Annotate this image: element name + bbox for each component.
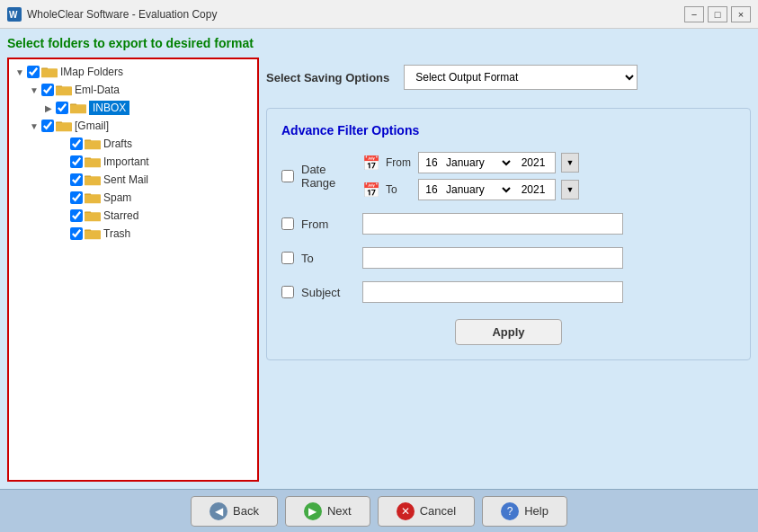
- cancel-label: Cancel: [420, 504, 456, 518]
- svg-rect-22: [85, 176, 101, 184]
- label-spam: Spam: [103, 191, 131, 204]
- tree-item-imap[interactable]: ▼ IMap Folders: [13, 63, 254, 81]
- checkbox-spam[interactable]: [70, 191, 83, 204]
- checkbox-date-range[interactable]: [281, 170, 294, 182]
- svg-rect-16: [85, 140, 101, 148]
- to-label: To: [386, 183, 413, 196]
- svg-rect-25: [85, 194, 101, 202]
- label-drafts: Drafts: [103, 137, 132, 150]
- checkbox-to[interactable]: [281, 252, 294, 264]
- tree-item-gmail[interactable]: ▼ [Gmail]: [13, 117, 254, 135]
- from-month-select[interactable]: JanuaryFebruaryMarch AprilMayJune JulyAu…: [442, 155, 513, 170]
- to-year-input[interactable]: [515, 183, 551, 196]
- title-bar: W WholeClear Software - Evaluation Copy …: [0, 0, 758, 29]
- checkbox-gmail[interactable]: [41, 120, 54, 132]
- output-format-select[interactable]: Select Output Format: [404, 65, 638, 90]
- help-button[interactable]: ? Help: [482, 496, 567, 527]
- subject-label: Subject: [301, 286, 355, 299]
- calendar-to-icon: 📅: [362, 182, 380, 199]
- expander-inbox[interactable]: ▶: [41, 101, 56, 115]
- to-date-dropdown-btn[interactable]: ▼: [561, 180, 579, 200]
- filter-panel: Advance Filter Options Date Range 📅 From: [266, 108, 751, 360]
- from-text-input[interactable]: [362, 213, 623, 235]
- svg-rect-13: [56, 122, 72, 130]
- folder-icon-inbox: [70, 102, 86, 114]
- expander-gmail[interactable]: ▼: [27, 119, 41, 133]
- checkbox-important[interactable]: [70, 155, 83, 168]
- date-range-row: Date Range 📅 From JanuaryFebruaryMarch A…: [281, 152, 736, 200]
- tree-item-drafts[interactable]: ▶ Drafts: [13, 135, 254, 153]
- expander-imap[interactable]: ▼: [13, 65, 27, 79]
- saving-options-label: Select Saving Options: [266, 71, 389, 84]
- close-button[interactable]: ×: [731, 6, 751, 22]
- folder-icon-imap: [41, 66, 58, 78]
- svg-rect-28: [85, 212, 101, 220]
- help-icon: ?: [501, 502, 519, 520]
- tree-item-inbox[interactable]: ▶ INBOX: [13, 99, 254, 117]
- label-emldata: Eml-Data: [75, 84, 120, 96]
- label-inbox: INBOX: [89, 101, 129, 115]
- checkbox-imap[interactable]: [27, 66, 40, 78]
- checkbox-trash[interactable]: [70, 227, 83, 240]
- svg-rect-31: [85, 230, 101, 238]
- from-day-input[interactable]: [423, 156, 441, 169]
- subject-text-input[interactable]: [362, 281, 623, 303]
- checkbox-inbox[interactable]: [56, 102, 68, 114]
- checkbox-from[interactable]: [281, 217, 294, 230]
- checkbox-starred[interactable]: [70, 209, 83, 222]
- to-month-select[interactable]: JanuaryFebruaryMarch AprilMayJune JulyAu…: [442, 182, 513, 197]
- help-label: Help: [524, 504, 548, 518]
- checkbox-drafts[interactable]: [70, 137, 83, 150]
- label-starred: Starred: [103, 209, 138, 222]
- from-date-dropdown-btn[interactable]: ▼: [561, 153, 579, 173]
- tree-item-trash[interactable]: ▶ Trash: [13, 225, 254, 243]
- tree-item-sentmail[interactable]: ▶ Sent Mail: [13, 171, 254, 189]
- to-date-input[interactable]: JanuaryFebruaryMarch AprilMayJune JulyAu…: [418, 179, 556, 200]
- folder-icon-gmail: [56, 120, 72, 132]
- folder-icon-trash: [85, 227, 101, 240]
- from-label: From: [386, 156, 413, 169]
- right-panel: Select Saving Options Select Output Form…: [266, 58, 751, 482]
- svg-text:W: W: [9, 10, 18, 20]
- main-content: Select folders to export to desired form…: [0, 29, 758, 489]
- cancel-button[interactable]: ✕ Cancel: [378, 496, 475, 527]
- maximize-button[interactable]: □: [708, 6, 727, 22]
- to-day-input[interactable]: [423, 183, 441, 196]
- folder-icon-emldata: [56, 84, 72, 96]
- content-row: ▼ IMap Folders ▼ Eml-Data: [7, 58, 751, 482]
- calendar-from-icon: 📅: [362, 155, 380, 172]
- expander-emldata[interactable]: ▼: [27, 83, 41, 97]
- subject-row: Subject: [281, 281, 736, 303]
- from-row: From: [281, 213, 736, 235]
- apply-button[interactable]: Apply: [455, 319, 561, 345]
- from-date-row: 📅 From JanuaryFebruaryMarch AprilMayJune…: [362, 152, 579, 173]
- back-button[interactable]: ◀ Back: [191, 496, 278, 527]
- from-date-input[interactable]: JanuaryFebruaryMarch AprilMayJune JulyAu…: [418, 152, 556, 173]
- tree-item-important[interactable]: ▶ Important: [13, 153, 254, 171]
- cancel-icon: ✕: [397, 502, 415, 520]
- window-title: WholeClear Software - Evaluation Copy: [27, 8, 684, 21]
- tree-item-emldata[interactable]: ▼ Eml-Data: [13, 81, 254, 99]
- back-icon: ◀: [210, 502, 227, 520]
- bottom-bar: ◀ Back ▶ Next ✕ Cancel ? Help: [0, 489, 758, 532]
- folder-icon-drafts: [85, 137, 101, 150]
- next-icon: ▶: [304, 502, 322, 520]
- label-trash: Trash: [103, 227, 130, 240]
- next-button[interactable]: ▶ Next: [285, 496, 370, 527]
- to-date-row: 📅 To JanuaryFebruaryMarch AprilMayJune J…: [362, 179, 579, 200]
- to-filter-label: To: [301, 252, 355, 265]
- svg-rect-19: [85, 158, 101, 166]
- minimize-button[interactable]: −: [684, 6, 704, 22]
- from-year-input[interactable]: [515, 156, 551, 169]
- checkbox-subject[interactable]: [281, 286, 294, 298]
- tree-item-spam[interactable]: ▶ Spam: [13, 189, 254, 207]
- checkbox-emldata[interactable]: [41, 84, 54, 96]
- filter-title: Advance Filter Options: [281, 123, 736, 137]
- folder-panel: ▼ IMap Folders ▼ Eml-Data: [7, 58, 259, 482]
- tree-item-starred[interactable]: ▶ Starred: [13, 207, 254, 225]
- folder-icon-spam: [85, 191, 101, 204]
- to-text-input[interactable]: [362, 247, 623, 269]
- checkbox-sentmail[interactable]: [70, 173, 83, 186]
- label-imap: IMap Folders: [60, 66, 123, 78]
- folder-icon-sentmail: [85, 173, 101, 186]
